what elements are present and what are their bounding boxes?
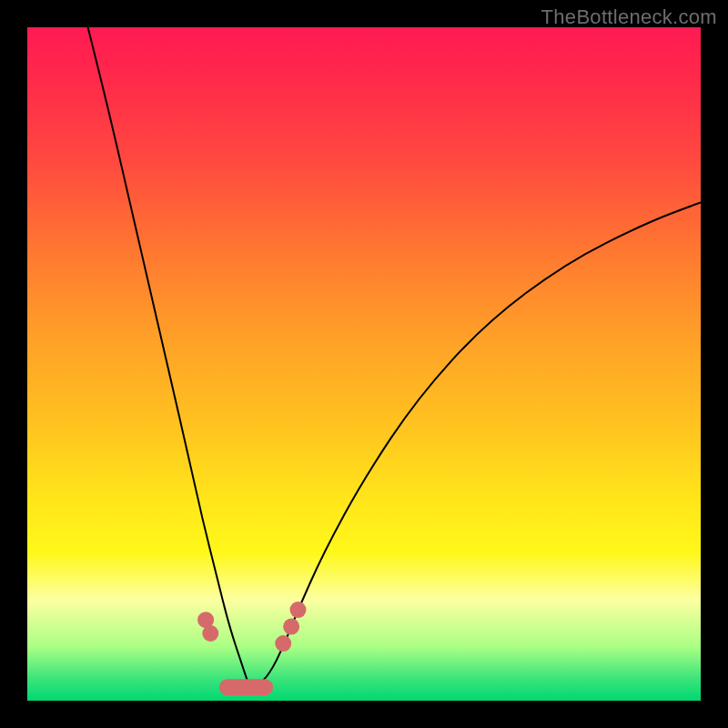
curve-svg bbox=[27, 27, 701, 701]
marker-dot-4 bbox=[290, 602, 307, 618]
curve-markers bbox=[197, 602, 306, 695]
bottleneck-curve bbox=[88, 27, 701, 687]
marker-dot-3 bbox=[283, 619, 299, 635]
marker-dot-1 bbox=[202, 625, 218, 642]
watermark-text: TheBottleneck.com bbox=[541, 5, 717, 29]
chart-frame: TheBottleneck.com bbox=[0, 0, 728, 728]
marker-pill bbox=[219, 679, 273, 695]
plot-area bbox=[27, 27, 701, 701]
marker-dot-2 bbox=[275, 635, 291, 652]
